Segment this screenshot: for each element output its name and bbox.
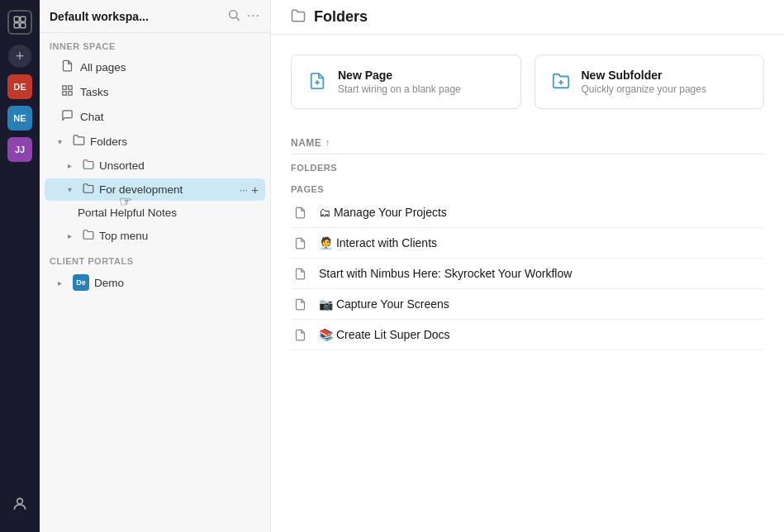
svg-rect-0 [14,17,19,21]
chevron-down-icon: ▾ [58,137,68,146]
avatar-bar: + DE NE JJ [0,0,40,532]
row-label: Start with Nimbus Here: Skyrocket Your W… [319,267,764,280]
sidebar-item-unsorted[interactable]: ▸ Unsorted [45,154,265,177]
avatar-ne[interactable]: NE [7,106,32,131]
sidebar-item-folders[interactable]: ▾ Folders [45,130,265,153]
chevron-right-icon: ▸ [68,161,78,170]
column-header-name: NAME ↑ [291,132,764,154]
svg-rect-10 [69,92,72,95]
chevron-right-icon: ▸ [68,231,78,240]
table-row[interactable]: 🗂 Manage Your Projects [291,197,764,228]
user-settings-icon[interactable] [12,496,28,515]
page-title: Folders [314,8,368,26]
new-page-card[interactable]: New Page Start wiring on a blank page [291,55,521,109]
table-row[interactable]: 📚 Create Lit Super Docs [291,320,764,350]
top-menu-label: Top menu [99,230,259,242]
svg-rect-8 [69,86,72,89]
sidebar-item-all-pages[interactable]: All pages [45,55,265,78]
client-portals-label: CLIENT PORTALS [40,248,270,269]
tasks-icon [61,84,74,99]
page-row-icon [291,298,309,311]
add-workspace-button[interactable]: + [8,45,31,68]
sidebar-item-tasks[interactable]: Tasks [45,80,265,103]
action-cards: New Page Start wiring on a blank page Ne… [291,55,764,109]
for-development-label: For development [99,183,234,196]
content-table: NAME ↑ FOLDERS PAGES 🗂 Manage Your Proje… [291,132,764,350]
sidebar-item-top-menu[interactable]: ▸ Top menu [45,225,265,247]
new-page-icon [308,72,326,93]
table-row[interactable]: 📷 Capture Your Screens [291,289,764,320]
svg-line-6 [236,17,240,21]
folder-icon [83,229,94,243]
page-row-icon [291,329,309,341]
svg-rect-9 [63,92,66,95]
svg-rect-1 [21,17,26,21]
inner-space-label: INNER SPACE [40,33,270,55]
new-page-text: New Page Start wiring on a blank page [338,69,461,95]
row-label: 📚 Create Lit Super Docs [319,328,764,341]
logo-icon [7,10,32,35]
demo-label: Demo [94,277,259,289]
new-subfolder-text: New Subfolder Quickly organize your page… [582,69,706,95]
chat-icon [61,109,74,124]
new-page-title: New Page [338,69,461,82]
chat-label: Chat [80,111,104,123]
new-subfolder-icon [552,72,570,93]
tasks-label: Tasks [80,86,109,98]
workspace-title: Default workspa... [50,10,149,23]
search-icon[interactable] [227,8,240,24]
new-subfolder-title: New Subfolder [582,69,706,82]
more-options-icon[interactable]: ··· [247,8,260,24]
add-item-button[interactable]: + [251,183,259,197]
page-row-icon [291,268,309,280]
sidebar-item-demo[interactable]: ▸ De Demo [45,270,265,295]
new-subfolder-subtitle: Quickly organize your pages [582,83,706,95]
demo-portal-icon: De [73,274,89,291]
row-label: 📷 Capture Your Screens [319,297,764,311]
page-row-icon [291,237,309,249]
svg-rect-2 [14,23,19,28]
table-row[interactable]: Start with Nimbus Here: Skyrocket Your W… [291,259,764,289]
folder-icon [83,159,94,173]
avatar-jj[interactable]: JJ [7,137,32,162]
chevron-down-icon: ▾ [68,185,78,194]
main-header: Folders [271,0,784,35]
main-body: New Page Start wiring on a blank page Ne… [271,35,784,532]
avatar-de[interactable]: DE [7,74,32,99]
folders-label: Folders [90,135,259,148]
folder-icon [83,183,94,197]
svg-rect-7 [63,86,66,89]
sidebar-item-chat[interactable]: Chat [45,105,265,128]
svg-rect-3 [21,23,26,28]
svg-point-5 [229,11,236,18]
row-label: 🗂 Manage Your Projects [319,206,764,219]
sidebar-item-portal-helpful-notes[interactable]: Portal Helpful Notes [45,202,265,223]
sidebar-header: Default workspa... ··· [40,0,270,33]
new-subfolder-card[interactable]: New Subfolder Quickly organize your page… [535,55,765,109]
more-options-button[interactable]: ··· [239,183,248,196]
svg-point-4 [17,498,23,504]
chevron-right-icon: ▸ [58,278,68,287]
new-page-subtitle: Start wiring on a blank page [338,83,461,95]
sort-icon[interactable]: ↑ [325,137,330,149]
folder-icon [73,134,85,149]
main-content: Folders New Page Start wiring on a blank… [271,0,784,532]
all-pages-label: All pages [80,61,126,74]
table-row[interactable]: 🧑‍💼 Interact with Clients [291,228,764,259]
sidebar-item-for-development[interactable]: ▾ For development ··· + ☞ [45,178,265,201]
section-folders-label: FOLDERS [291,154,764,176]
row-label: 🧑‍💼 Interact with Clients [319,236,764,249]
portal-helpful-notes-label: Portal Helpful Notes [78,207,259,219]
sidebar-header-icons: ··· [227,8,260,24]
unsorted-label: Unsorted [99,159,259,172]
for-development-actions: ··· + [239,183,259,197]
sidebar: Default workspa... ··· INNER SPACE All p… [40,0,271,532]
page-row-icon [291,207,309,219]
folder-header-icon [291,8,306,26]
page-icon [61,59,74,74]
section-pages-label: PAGES [291,176,764,197]
